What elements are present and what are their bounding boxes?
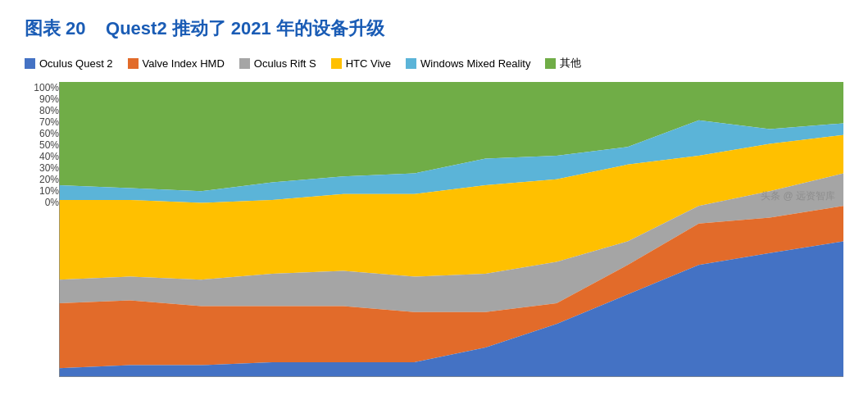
legend-color xyxy=(406,58,416,69)
y-axis-label: 20% xyxy=(25,174,59,185)
legend-color xyxy=(331,58,342,69)
legend-item: Oculus Quest 2 xyxy=(25,57,113,70)
watermark: 头条 @ 远资智库 xyxy=(761,189,835,203)
chart-container: 0%10%20%30%40%50%60%70%80%90%100% xyxy=(25,82,843,226)
legend-label: Windows Mixed Reality xyxy=(420,57,530,70)
legend-item: Oculus Rift S xyxy=(239,57,316,70)
y-axis-label: 100% xyxy=(25,82,59,93)
legend-label: Valve Index HMD xyxy=(143,57,225,70)
y-axis-label: 50% xyxy=(25,139,59,151)
page-title: 图表 20 Quest2 推动了 2021 年的设备升级 xyxy=(25,16,843,41)
title-prefix: 图表 20 xyxy=(25,18,86,39)
y-axis-label: 10% xyxy=(25,185,59,197)
y-axis-label: 40% xyxy=(25,151,59,162)
legend-label: Oculus Rift S xyxy=(254,57,316,70)
y-axis-label: 70% xyxy=(25,116,59,128)
y-axis-label: 60% xyxy=(25,128,59,139)
legend-color xyxy=(239,58,250,69)
legend-label: Oculus Quest 2 xyxy=(39,57,113,70)
legend-item: Valve Index HMD xyxy=(128,57,225,70)
chart-svg-proper xyxy=(59,82,843,377)
title-text: Quest2 推动了 2021 年的设备升级 xyxy=(106,18,384,39)
legend-color xyxy=(545,58,556,69)
legend-label: 其他 xyxy=(560,56,581,70)
y-axis: 0%10%20%30%40%50%60%70%80%90%100% xyxy=(25,82,59,226)
y-axis-label: 80% xyxy=(25,105,59,116)
y-axis-label: 90% xyxy=(25,93,59,105)
y-axis-label: 0% xyxy=(25,197,59,208)
legend-color xyxy=(128,58,139,69)
legend-item: Windows Mixed Reality xyxy=(406,57,530,70)
y-axis-label: 30% xyxy=(25,162,59,174)
chart-area: 20-0120-0320-0520-0720-0920-1121-0121-03… xyxy=(59,82,843,226)
legend-color xyxy=(25,58,35,69)
legend: Oculus Quest 2Valve Index HMDOculus Rift… xyxy=(25,56,843,70)
legend-label: HTC Vive xyxy=(346,57,391,70)
legend-item: 其他 xyxy=(545,56,581,70)
legend-item: HTC Vive xyxy=(331,57,391,70)
